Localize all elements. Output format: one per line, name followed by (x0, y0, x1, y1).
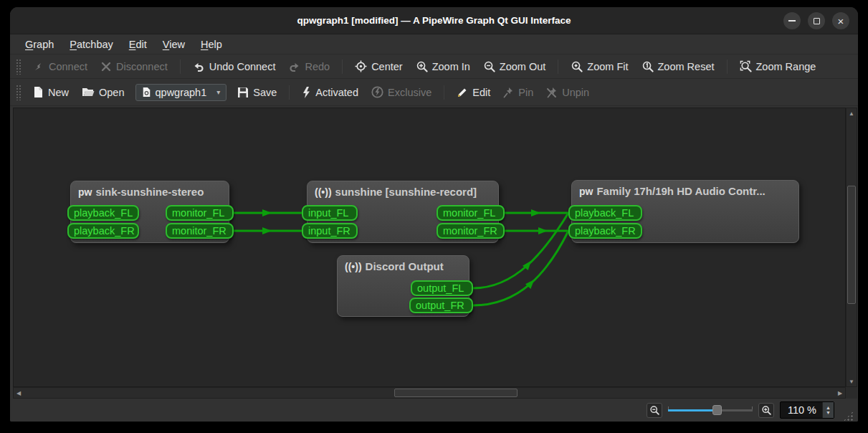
menubar: Graph Patchbay Edit View Help (10, 34, 858, 54)
port-input[interactable]: playback_FR (67, 223, 139, 239)
port-input[interactable]: input_FL (302, 205, 358, 221)
undo-icon (193, 61, 205, 72)
zoom-in-button[interactable]: Zoom In (409, 57, 477, 75)
save-icon (237, 87, 249, 98)
close-icon: × (838, 16, 844, 27)
zoom-out-icon (649, 405, 659, 415)
port-output[interactable]: output_FL (411, 280, 473, 296)
node-title: Family 17h/19h HD Audio Contr... (596, 185, 765, 197)
close-button[interactable]: × (832, 12, 849, 29)
undo-connect-button[interactable]: Undo Connect (186, 58, 282, 75)
toolbar-drag-handle[interactable] (16, 59, 21, 75)
open-folder-icon (82, 87, 95, 97)
activated-button[interactable]: Activated (295, 84, 365, 101)
graph-canvas[interactable]: pwsink-sunshine-stereo ((•))sunshine [su… (13, 108, 846, 387)
horizontal-scrollbar[interactable]: ◀ ▶ (13, 387, 846, 399)
scroll-right-icon[interactable]: ▶ (835, 388, 845, 398)
toolbar-main: Connect Disconnect Undo Connect Redo Cen… (10, 54, 858, 79)
zoom-percent-spinbox[interactable]: 110 % ▲▼ (780, 401, 834, 419)
open-button[interactable]: Open (75, 84, 130, 101)
node-title: sunshine [sunshine-record] (335, 186, 477, 198)
menu-help[interactable]: Help (193, 37, 230, 52)
spin-up-icon[interactable]: ▲ (826, 405, 831, 410)
minimize-button[interactable] (783, 12, 801, 29)
node-title: sink-sunshine-stereo (95, 186, 204, 198)
scroll-left-icon[interactable]: ◀ (14, 388, 24, 398)
horizontal-scrollbar-thumb[interactable] (394, 389, 518, 397)
separator (342, 60, 343, 74)
port-input[interactable]: input_FR (302, 223, 358, 239)
activated-bolt-icon (302, 87, 311, 98)
center-button[interactable]: Center (348, 57, 409, 75)
new-file-icon (33, 86, 44, 98)
menu-edit[interactable]: Edit (121, 37, 155, 52)
connection-wires (14, 108, 846, 387)
connect-button[interactable]: Connect (27, 58, 94, 75)
zoom-out-button[interactable]: Zoom Out (477, 57, 552, 75)
patchbay-select-value: qpwgraph1 (156, 87, 207, 98)
pipewire-icon: pw (78, 186, 92, 198)
unpin-button[interactable]: Unpin (540, 84, 596, 101)
port-output[interactable]: monitor_FR (166, 223, 234, 239)
menu-view[interactable]: View (155, 37, 193, 52)
stream-icon: ((•)) (315, 186, 332, 198)
unpin-icon (546, 87, 558, 98)
zoom-range-button[interactable]: Zoom Range (733, 57, 823, 75)
scroll-up-icon[interactable]: ▲ (846, 108, 857, 118)
port-input[interactable]: playback_FR (568, 223, 642, 239)
port-output[interactable]: monitor_FL (437, 205, 505, 221)
minimize-icon (788, 20, 796, 22)
redo-button[interactable]: Redo (282, 58, 336, 75)
zoom-fit-button[interactable]: Zoom Fit (564, 57, 634, 75)
spin-down-icon[interactable]: ▼ (826, 410, 831, 415)
menu-graph[interactable]: Graph (17, 37, 62, 52)
pipewire-icon: pw (579, 186, 593, 197)
zoom-fit-icon (571, 60, 583, 72)
app-window: qpwgraph1 [modified] — A PipeWire Graph … (10, 7, 858, 422)
scrollbar-corner (846, 387, 857, 399)
maximize-icon (814, 18, 820, 24)
statusbar-zoom-out-button[interactable] (647, 403, 662, 418)
separator (289, 85, 290, 100)
exclusive-button[interactable]: Exclusive (365, 83, 438, 101)
stream-icon: ((•)) (345, 261, 362, 272)
scroll-down-icon[interactable]: ▼ (846, 376, 857, 386)
chevron-down-icon: ▾ (216, 88, 220, 96)
statusbar: 110 % ▲▼ (10, 399, 858, 422)
port-input[interactable]: playback_FL (568, 205, 642, 221)
zoom-slider-handle[interactable] (712, 405, 722, 415)
vertical-scrollbar[interactable]: ▲ ▼ (846, 108, 857, 387)
titlebar[interactable]: qpwgraph1 [modified] — A PipeWire Graph … (10, 7, 858, 34)
pin-button[interactable]: Pin (497, 84, 540, 101)
zoom-slider[interactable] (668, 404, 753, 416)
patchbay-file-icon (142, 87, 151, 97)
redo-icon (288, 61, 300, 72)
window-title: qpwgraph1 [modified] — A PipeWire Graph … (297, 15, 571, 26)
edit-pencil-icon (457, 87, 468, 98)
zoom-reset-icon (642, 60, 654, 72)
patchbay-select[interactable]: qpwgraph1 ▾ (135, 84, 227, 101)
disconnect-button[interactable]: Disconnect (94, 58, 174, 75)
separator (558, 60, 558, 74)
disconnect-icon (100, 61, 112, 72)
maximize-button[interactable] (808, 12, 825, 29)
toolbar-drag-handle[interactable] (16, 85, 21, 100)
vertical-scrollbar-thumb[interactable] (847, 186, 856, 304)
toolbar-patchbay: New Open qpwgraph1 ▾ Save Activated Excl… (10, 79, 858, 106)
zoom-in-icon (761, 405, 771, 415)
port-output[interactable]: monitor_FR (437, 223, 505, 239)
graph-view: pwsink-sunshine-stereo ((•))sunshine [su… (13, 108, 857, 399)
new-button[interactable]: New (27, 83, 75, 101)
edit-button[interactable]: Edit (450, 84, 497, 101)
zoom-percent-value: 110 % (781, 402, 822, 418)
pin-icon (503, 87, 514, 98)
port-output[interactable]: monitor_FL (166, 205, 234, 221)
zoom-reset-button[interactable]: Zoom Reset (635, 57, 721, 75)
separator (180, 60, 181, 74)
save-button[interactable]: Save (231, 84, 283, 101)
menu-patchbay[interactable]: Patchbay (62, 37, 120, 52)
window-resize-grip[interactable] (843, 411, 854, 422)
statusbar-zoom-in-button[interactable] (758, 403, 774, 418)
port-input[interactable]: playback_FL (67, 205, 139, 221)
port-output[interactable]: output_FR (409, 298, 473, 313)
